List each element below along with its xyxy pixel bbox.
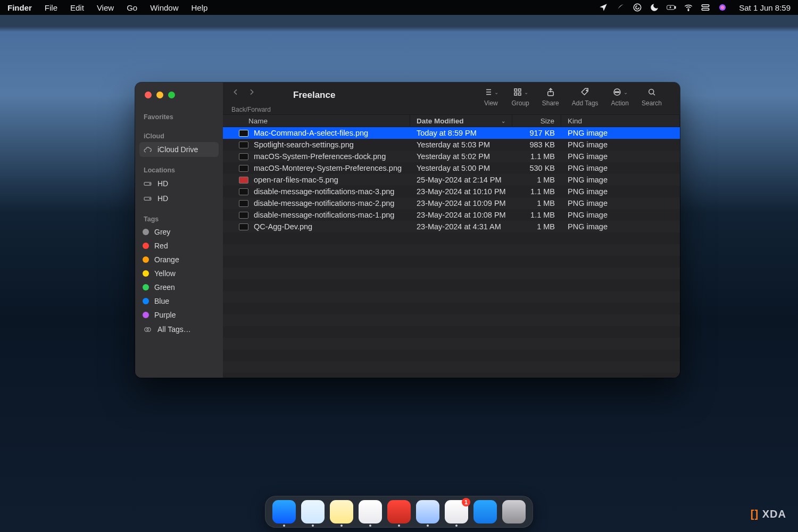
- file-name: disable-message-notifications-mac-1.png: [254, 211, 394, 219]
- file-row[interactable]: Spotlight-search-settings.png Yesterday …: [223, 139, 680, 151]
- sidebar-item-hd-2[interactable]: HD: [135, 191, 223, 206]
- sidebar-item-label: Purple: [154, 311, 176, 319]
- menu-file[interactable]: File: [45, 3, 57, 12]
- column-size[interactable]: Size: [512, 115, 561, 127]
- toolbar-view-button[interactable]: ⌄ View: [483, 87, 498, 107]
- file-name: Mac-Command-A-select-files.png: [254, 129, 368, 137]
- sidebar-item-all-tags[interactable]: All Tags…: [135, 322, 223, 337]
- file-size: 983 KB: [512, 140, 561, 149]
- sidebar-tag-red[interactable]: Red: [135, 239, 223, 253]
- dock-pdf[interactable]: [387, 500, 411, 523]
- file-row[interactable]: macOS-Monterey-System-Preferences.png Ye…: [223, 162, 680, 174]
- toolbar-label: Add Tags: [572, 99, 598, 107]
- window-close-button[interactable]: [145, 92, 152, 98]
- svg-point-0: [634, 4, 642, 11]
- do-not-disturb-icon[interactable]: [650, 3, 659, 12]
- file-kind: PNG image: [561, 199, 680, 207]
- column-date-modified[interactable]: Date Modified⌄: [410, 115, 512, 127]
- location-icon[interactable]: [598, 3, 608, 12]
- file-kind: PNG image: [561, 164, 680, 172]
- file-date: 23-May-2024 at 4:31 AM: [410, 222, 512, 231]
- drive-icon: [143, 179, 152, 188]
- dock-finder[interactable]: [272, 500, 296, 523]
- sidebar-tag-yellow[interactable]: Yellow: [135, 267, 223, 280]
- tag-icon: [580, 87, 590, 97]
- file-name: disable-message-notifications-mac-2.png: [254, 199, 394, 207]
- file-size: 1 MB: [512, 222, 561, 231]
- toolbar-action-button[interactable]: ⌄ Action: [611, 87, 629, 107]
- sidebar-item-label: Green: [154, 283, 175, 292]
- svg-rect-17: [518, 93, 521, 96]
- toolbar-group-button[interactable]: ⌄ Group: [511, 87, 529, 107]
- share-icon: [546, 87, 555, 97]
- column-kind[interactable]: Kind: [561, 115, 680, 127]
- back-button[interactable]: [231, 88, 240, 98]
- app-menu[interactable]: Finder: [7, 3, 32, 12]
- toolbar-search-button[interactable]: Search: [642, 87, 662, 107]
- sidebar-tag-blue[interactable]: Blue: [135, 294, 223, 308]
- file-thumbnail-icon: [239, 188, 248, 195]
- sidebar-item-hd-1[interactable]: HD: [135, 176, 223, 191]
- file-kind: PNG image: [561, 176, 680, 184]
- file-size: 1.1 MB: [512, 152, 561, 161]
- svg-point-19: [586, 90, 587, 91]
- grid-icon: ⌄: [513, 87, 528, 97]
- siri-icon[interactable]: [718, 3, 727, 12]
- file-thumbnail-icon: [239, 130, 248, 137]
- grammarly-icon[interactable]: [633, 3, 642, 12]
- control-center-icon[interactable]: [701, 3, 710, 12]
- empty-row: [223, 326, 680, 338]
- forward-button[interactable]: [247, 88, 256, 98]
- menu-edit[interactable]: Edit: [70, 3, 84, 12]
- dock-notes[interactable]: [330, 500, 353, 523]
- battery-icon[interactable]: [667, 3, 676, 12]
- menubar-clock[interactable]: Sat 1 Jun 8:59: [739, 3, 791, 12]
- column-name[interactable]: Name: [223, 115, 410, 127]
- sidebar-tag-purple[interactable]: Purple: [135, 308, 223, 322]
- file-thumbnail-icon: [239, 177, 248, 184]
- file-row[interactable]: disable-message-notifications-mac-1.png …: [223, 209, 680, 221]
- sidebar-item-icloud-drive[interactable]: iCloud Drive: [139, 142, 219, 157]
- file-row[interactable]: disable-message-notifications-mac-2.png …: [223, 197, 680, 209]
- tag-dot-icon: [143, 270, 149, 277]
- svg-rect-14: [514, 89, 517, 92]
- file-size: 1.1 MB: [512, 187, 561, 196]
- file-kind: PNG image: [561, 152, 680, 161]
- wifi-icon[interactable]: [684, 3, 693, 12]
- sidebar-item-label: Red: [154, 242, 168, 250]
- sidebar-tag-green[interactable]: Green: [135, 280, 223, 294]
- window-zoom-button[interactable]: [168, 92, 175, 98]
- file-row[interactable]: macOS-System-Preferences-dock.png Yester…: [223, 151, 680, 162]
- dock-edge[interactable]: [301, 500, 325, 523]
- file-kind: PNG image: [561, 129, 680, 137]
- dock-safari[interactable]: [416, 500, 439, 523]
- toolbar-tags-button[interactable]: Add Tags: [572, 87, 598, 107]
- quill-icon[interactable]: [616, 3, 625, 12]
- file-list[interactable]: Mac-Command-A-select-files.png Today at …: [223, 127, 680, 378]
- empty-row: [223, 291, 680, 303]
- menu-view[interactable]: View: [97, 3, 114, 12]
- toolbar-share-button[interactable]: Share: [542, 87, 559, 107]
- dock-trash[interactable]: [502, 500, 526, 523]
- file-row[interactable]: Mac-Command-A-select-files.png Today at …: [223, 127, 680, 139]
- dock-download[interactable]: 1: [445, 500, 468, 523]
- dock-downloads-folder[interactable]: [473, 500, 497, 523]
- window-minimize-button[interactable]: [156, 92, 163, 98]
- file-row[interactable]: disable-message-notifications-mac-3.png …: [223, 186, 680, 197]
- toolbar-label: Search: [642, 99, 662, 107]
- menu-go[interactable]: Go: [127, 3, 137, 12]
- svg-rect-5: [702, 9, 710, 11]
- cloud-icon: [143, 145, 152, 154]
- menu-help[interactable]: Help: [192, 3, 208, 12]
- menu-window[interactable]: Window: [150, 3, 178, 12]
- sidebar-tag-grey[interactable]: Grey: [135, 225, 223, 239]
- file-row[interactable]: open-rar-files-mac-5.png 25-May-2024 at …: [223, 174, 680, 186]
- file-row[interactable]: QC-Agg-Dev.png 23-May-2024 at 4:31 AM 1 …: [223, 221, 680, 232]
- svg-point-24: [649, 89, 654, 94]
- file-size: 1 MB: [512, 176, 561, 184]
- empty-row: [223, 256, 680, 268]
- window-title: Freelance: [293, 90, 335, 101]
- dock-pages[interactable]: [359, 500, 382, 523]
- empty-row: [223, 232, 680, 244]
- sidebar-tag-orange[interactable]: Orange: [135, 253, 223, 267]
